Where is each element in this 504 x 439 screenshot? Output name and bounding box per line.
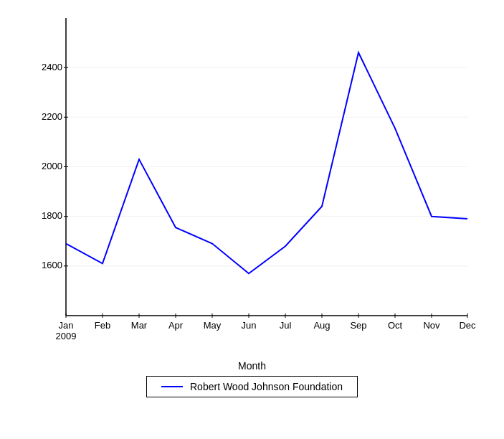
x-axis-label: Month xyxy=(238,360,266,372)
legend-line-indicator xyxy=(161,386,183,387)
y-tick-1600: 1600 xyxy=(42,260,62,270)
chart-area: 1600 1800 2000 2200 2400 Jan 2009 Feb Ma… xyxy=(23,7,482,359)
line-chart: 1600 1800 2000 2200 2400 Jan 2009 Feb Ma… xyxy=(23,7,482,359)
x-tick-aug: Aug xyxy=(313,320,330,331)
x-tick-dec: Dec xyxy=(459,320,476,331)
svg-rect-0 xyxy=(23,7,482,359)
chart-container: 1600 1800 2000 2200 2400 Jan 2009 Feb Ma… xyxy=(0,0,504,439)
x-tick-jun: Jun xyxy=(241,320,256,331)
x-tick-feb: Feb xyxy=(94,320,110,331)
x-tick-apr: Apr xyxy=(168,320,183,331)
y-tick-2000: 2000 xyxy=(42,161,62,171)
x-tick-mar: Mar xyxy=(130,320,147,331)
y-tick-1800: 1800 xyxy=(42,210,62,221)
y-tick-2400: 2400 xyxy=(42,62,62,72)
x-tick-sep: Sep xyxy=(350,320,366,331)
x-tick-jan: Jan xyxy=(58,320,73,331)
y-tick-2200: 2200 xyxy=(42,111,62,122)
x-tick-may: May xyxy=(203,320,221,331)
x-tick-nov: Nov xyxy=(423,320,440,331)
x-tick-2009: 2009 xyxy=(55,331,76,341)
x-tick-jul: Jul xyxy=(279,320,291,331)
legend-label: Robert Wood Johnson Foundation xyxy=(190,381,343,392)
legend: Robert Wood Johnson Foundation xyxy=(146,376,358,397)
x-tick-oct: Oct xyxy=(387,320,402,331)
